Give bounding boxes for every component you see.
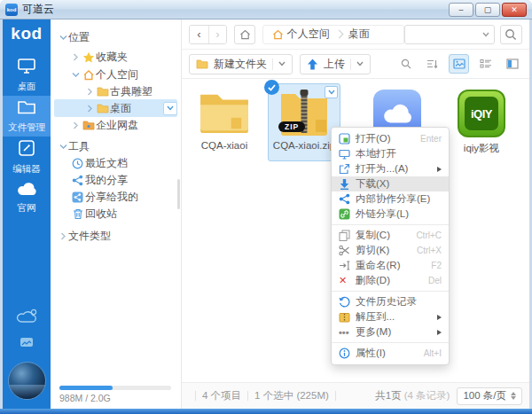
cloud-icon xyxy=(16,182,37,199)
menu-item-rename[interactable]: 重命名(R) F2 xyxy=(332,258,449,273)
context-menu: 打开(O) Enter 本地打开 打开为...(A) 下载(X) 内部协作分享(… xyxy=(331,127,450,365)
cloud-settings-icon[interactable] xyxy=(3,308,51,329)
photo-icon[interactable] xyxy=(3,335,51,351)
tree-item-enterprise-drive[interactable]: 企业网盘 xyxy=(54,116,177,134)
updown-icon xyxy=(511,392,516,400)
storage-progressbar xyxy=(59,386,171,390)
chevron-right-icon xyxy=(84,88,95,96)
sidebar-item-editor[interactable]: 编辑器 xyxy=(3,137,51,177)
trash-icon xyxy=(70,208,85,220)
menu-separator xyxy=(332,291,449,292)
chevron-down-icon xyxy=(356,61,364,66)
folder-icon xyxy=(95,86,110,97)
window-frame-bottom xyxy=(0,409,532,414)
search-input[interactable] xyxy=(404,25,495,44)
menu-item-collab-share[interactable]: 内部协作分享(E) xyxy=(332,191,449,207)
kod-logo: kod xyxy=(3,24,51,43)
sidebar-item-file-manager[interactable]: 文件管理 xyxy=(3,96,51,137)
tree-section-location[interactable]: 位置 xyxy=(54,28,177,46)
menu-separator xyxy=(332,342,449,343)
open-as-icon xyxy=(339,163,356,175)
list-view-icon xyxy=(480,59,492,69)
menu-item-copy[interactable]: 复制(C) Ctrl+C xyxy=(332,228,449,243)
menu-item-more[interactable]: ••• 更多(M) xyxy=(332,324,449,340)
back-button[interactable]: ‹ xyxy=(190,26,208,43)
menu-separator xyxy=(332,224,449,225)
zoom-view-button[interactable] xyxy=(395,54,416,74)
file-tile-folder[interactable]: CQA-xiaoi xyxy=(188,83,261,161)
sidebar-item-desktop[interactable]: 桌面 xyxy=(3,55,51,96)
user-avatar[interactable] xyxy=(8,362,46,400)
open-icon xyxy=(339,133,356,145)
chevron-down-icon xyxy=(482,32,489,37)
file-tile-zip-selected[interactable]: ZIP CQA-xiaoi.zip xyxy=(268,83,340,161)
tree-item-dropdown-button[interactable] xyxy=(163,102,177,115)
tree-item-personal-space[interactable]: 个人空间 xyxy=(54,66,177,83)
page-info: 共1页 xyxy=(375,389,401,402)
tree-item-recent-docs[interactable]: 最近文档 xyxy=(54,154,177,172)
sort-button[interactable] xyxy=(422,54,442,74)
file-tile-iqiyi-app[interactable]: iQIY iqiy影视 xyxy=(445,83,518,161)
statusbar: 4 个项目 1 个选中 (225M) 共1页 (4 条记录) 100 条/页 xyxy=(182,382,529,409)
minimize-button[interactable]: – xyxy=(449,3,473,17)
breadcrumb-item-desktop[interactable]: 桌面 xyxy=(345,27,373,42)
action-toolbar: 新建文件夹 上传 xyxy=(182,50,529,79)
menu-item-cut[interactable]: 剪切(K) Ctrl+X xyxy=(332,243,449,258)
delete-icon: ✕ xyxy=(339,275,356,286)
storage-progress-fill xyxy=(59,386,113,390)
menu-item-extract-to[interactable]: 解压到... xyxy=(332,309,449,324)
app-sidebar: kod 桌面 文件管理 编辑器 xyxy=(3,20,51,409)
page-size-select[interactable]: 100 条/页 xyxy=(457,387,522,405)
shared-with-me-icon xyxy=(70,191,85,203)
sidebar-item-website[interactable]: 官网 xyxy=(3,177,51,218)
magnifier-icon xyxy=(401,59,411,69)
app-logo-icon: kod xyxy=(5,4,18,16)
upload-button[interactable]: 上传 xyxy=(300,54,371,74)
menu-item-file-history[interactable]: 文件历史记录 xyxy=(332,294,449,309)
list-view-button[interactable] xyxy=(475,54,496,74)
items-count: 4 个项目 xyxy=(202,389,241,402)
window-title: 可道云 xyxy=(22,2,54,17)
tree-section-tools[interactable]: 工具 xyxy=(54,137,177,155)
navigation-toolbar: ‹ › 个人空间 桌面 xyxy=(182,20,529,50)
new-folder-button[interactable]: 新建文件夹 xyxy=(189,54,293,74)
chevron-down-icon xyxy=(58,144,68,150)
tree-section-file-types[interactable]: 文件类型 xyxy=(54,227,177,245)
menu-item-properties[interactable]: 属性(I) Alt+I xyxy=(332,346,449,361)
desktop-icon xyxy=(17,58,36,78)
forward-button[interactable]: › xyxy=(208,26,227,43)
menu-item-external-share[interactable]: 外链分享(L) xyxy=(332,207,449,222)
grid-view-icon xyxy=(453,59,466,69)
storage-usage-text: 988M / 2.0G xyxy=(59,393,111,403)
menu-item-download[interactable]: 下载(X) xyxy=(332,176,449,191)
menu-item-delete[interactable]: ✕ 删除(D) Del xyxy=(332,273,449,288)
tree-item-recycle-bin[interactable]: 回收站 xyxy=(54,205,177,223)
menu-item-open[interactable]: 打开(O) Enter xyxy=(332,131,449,146)
maximize-button[interactable]: ▢ xyxy=(475,3,500,17)
tree-item-favorites[interactable]: 收藏夹 xyxy=(54,48,177,66)
menu-item-open-local[interactable]: 本地打开 xyxy=(332,146,449,161)
breadcrumb-item-personal-space[interactable]: 个人空间 xyxy=(269,27,333,42)
collab-share-icon xyxy=(339,193,356,205)
editor-icon xyxy=(18,139,35,160)
column-view-icon xyxy=(506,59,519,69)
search-button[interactable] xyxy=(500,25,522,44)
tree-item-my-shares[interactable]: 我的分享 xyxy=(54,171,177,189)
close-button[interactable]: ✕ xyxy=(502,3,527,17)
external-link-icon xyxy=(339,208,356,220)
tree-item-desktop[interactable]: 桌面 xyxy=(54,99,177,117)
rename-icon xyxy=(339,260,356,271)
app-window: kod 可道云 – ▢ ✕ kod 桌面 文件管理 xyxy=(0,0,532,414)
history-icon xyxy=(339,296,356,308)
home-icon xyxy=(81,69,96,81)
tree-scrollbar[interactable] xyxy=(177,179,180,209)
tree-item-shared-with-me[interactable]: 分享给我的 xyxy=(54,188,177,206)
column-view-button[interactable] xyxy=(502,54,522,74)
grid-view-button[interactable] xyxy=(449,54,469,74)
menu-item-open-as[interactable]: 打开为...(A) xyxy=(332,161,449,176)
upload-arrow-icon xyxy=(307,59,318,70)
chevron-right-icon xyxy=(58,232,68,240)
home-button[interactable] xyxy=(234,25,255,44)
tree-item-classical-sculpture[interactable]: 古典雕塑 xyxy=(54,82,177,100)
submenu-arrow-icon xyxy=(437,330,442,335)
